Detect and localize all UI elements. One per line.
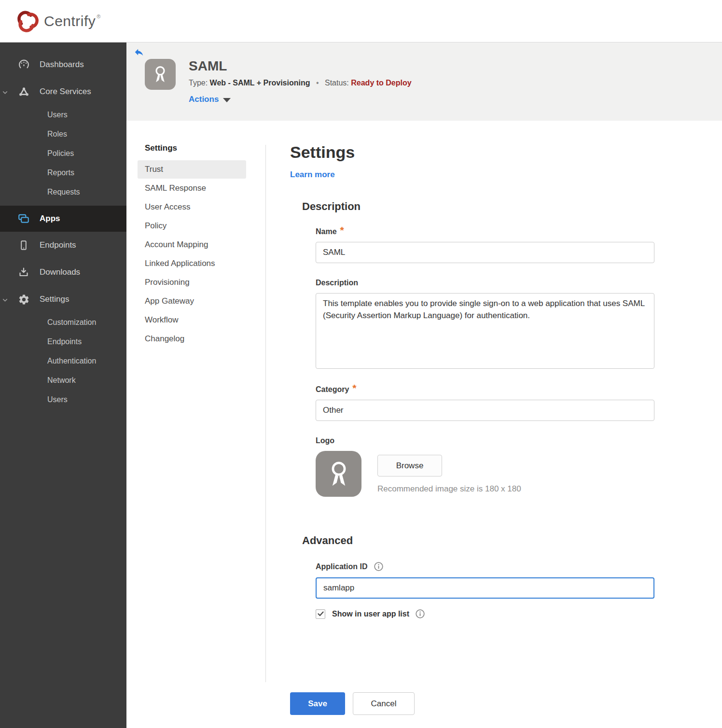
sidebar-item-requests[interactable]: Requests [0,182,126,202]
actions-label: Actions [189,95,219,104]
chevron-expanded-icon [2,296,9,303]
top-bar: Centrify ® [0,0,722,42]
core-services-icon [17,85,30,98]
subnav-item-changelog[interactable]: Changelog [138,330,246,348]
settings-panel: Settings Learn more Description Name * [266,121,722,728]
subnav-item-app-gateway[interactable]: App Gateway [138,292,246,310]
learn-more-link[interactable]: Learn more [290,170,335,180]
sidebar-item-downloads[interactable]: Downloads [0,259,126,286]
sidebar-item-reports[interactable]: Reports [0,163,126,182]
back-button[interactable] [134,47,144,57]
category-input[interactable] [316,400,654,421]
settings-subitems: Customization Endpoints Authentication N… [0,313,126,409]
sidebar-item-users[interactable]: Users [0,105,126,125]
gauge-icon [17,58,30,71]
sidebar-item-label: Endpoints [40,240,76,250]
subnav-item-provisioning[interactable]: Provisioning [138,273,246,292]
brand-name: Centrify [44,10,96,33]
required-asterisk: * [340,228,344,233]
sidebar-item-dashboards[interactable]: Dashboards [0,51,126,78]
chevron-expanded-icon [2,88,9,95]
gear-icon [17,293,30,306]
subnav-item-policy[interactable]: Policy [138,217,246,235]
type-value: Web - SAML + Provisioning [210,79,310,87]
logo-size-hint: Recommended image size is 180 x 180 [377,484,521,494]
show-in-app-list-label: Show in user app list [332,610,409,618]
browse-button[interactable]: Browse [377,455,442,476]
smartphone-icon [17,239,30,252]
description-label: Description [316,279,358,287]
subnav-item-trust[interactable]: Trust [138,160,246,179]
sidebar-item-label: Core Services [40,87,91,97]
sidebar-item-label: Settings [40,294,69,304]
show-in-app-list-checkbox[interactable] [316,609,325,619]
checkmark-icon [317,610,324,617]
sidebar: Dashboards Core Services Users Roles Pol… [0,42,126,728]
subnav-item-user-access[interactable]: User Access [138,198,246,216]
meta-separator: • [316,79,319,87]
subnav-item-saml-response[interactable]: SAML Response [138,179,246,197]
info-icon[interactable] [415,609,425,619]
actions-dropdown[interactable]: Actions [189,95,412,104]
core-services-subitems: Users Roles Policies Reports Requests [0,105,126,202]
subnav-header: Settings [145,143,265,153]
section-heading: Description [302,200,703,213]
name-input[interactable] [316,242,654,263]
download-icon [17,266,30,279]
centrify-swirl-icon [16,10,39,33]
subnav-item-account-mapping[interactable]: Account Mapping [138,236,246,254]
subnav-item-linked-applications[interactable]: Linked Applications [138,254,246,273]
info-icon[interactable] [374,561,384,572]
save-button[interactable]: Save [290,692,345,715]
application-id-input[interactable] [316,577,654,599]
required-asterisk: * [352,386,356,391]
type-label: Type: [189,79,208,87]
category-label: Category [316,385,349,394]
sidebar-item-users-settings[interactable]: Users [0,390,126,409]
section-heading: Advanced [302,534,703,547]
app-ribbon-icon [145,59,176,90]
sidebar-item-roles[interactable]: Roles [0,125,126,144]
cancel-button[interactable]: Cancel [353,692,415,715]
sidebar-item-endpoints-settings[interactable]: Endpoints [0,332,126,351]
registered-mark: ® [97,14,100,19]
caret-down-icon [223,98,231,102]
app-title: SAML [189,59,412,74]
logo-label: Logo [316,436,334,445]
sidebar-item-label: Downloads [40,267,80,277]
sidebar-item-authentication[interactable]: Authentication [0,351,126,371]
sidebar-item-label: Apps [40,214,60,224]
name-label: Name [316,227,337,236]
logo-ribbon-preview [316,451,361,497]
sidebar-item-endpoints[interactable]: Endpoints [0,232,126,259]
status-value: Ready to Deploy [351,79,411,87]
sidebar-item-label: Dashboards [40,60,84,70]
sidebar-item-policies[interactable]: Policies [0,144,126,163]
sidebar-item-network[interactable]: Network [0,371,126,390]
sidebar-item-settings[interactable]: Settings [0,286,126,313]
subnav-item-workflow[interactable]: Workflow [138,311,246,329]
status-label: Status: [325,79,349,87]
page-title: Settings [290,143,703,162]
app-meta: Type: Web - SAML + Provisioning • Status… [189,79,412,87]
advanced-section: Advanced Application ID [290,534,703,619]
centrify-logo: Centrify ® [16,10,100,33]
sidebar-item-apps[interactable]: Apps [0,206,126,232]
sidebar-item-customization[interactable]: Customization [0,313,126,332]
app-header: SAML Type: Web - SAML + Provisioning • S… [126,42,722,121]
application-id-label: Application ID [316,562,368,571]
apps-icon [17,212,30,225]
sidebar-item-core-services[interactable]: Core Services [0,78,126,105]
app-subnav: Settings Trust SAML Response User Access… [126,121,265,728]
description-textarea[interactable]: This template enables you to provide sin… [316,293,654,369]
description-section: Description Name * Description [290,200,703,497]
